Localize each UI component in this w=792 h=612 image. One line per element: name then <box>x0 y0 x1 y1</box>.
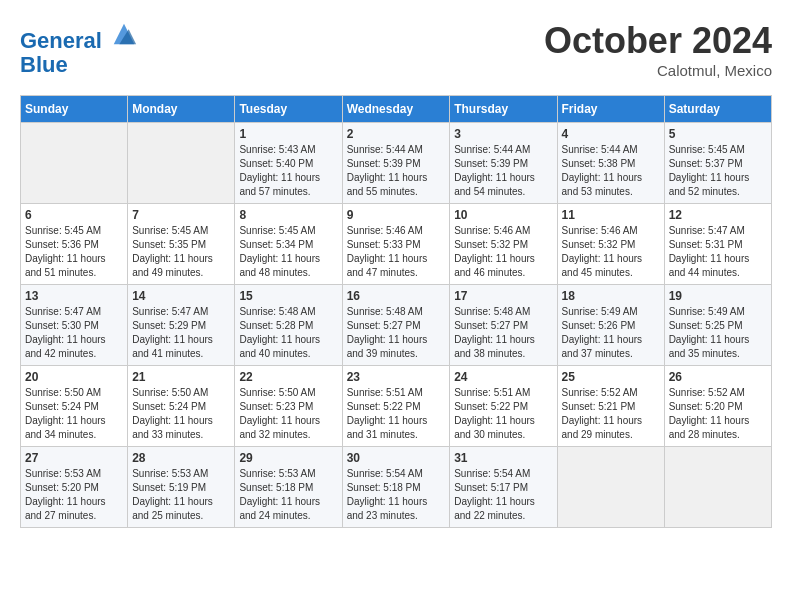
calendar-cell <box>664 447 771 528</box>
day-info: Sunrise: 5:43 AM Sunset: 5:40 PM Dayligh… <box>239 143 337 199</box>
page-header: General Blue October 2024 Calotmul, Mexi… <box>20 20 772 79</box>
day-info: Sunrise: 5:45 AM Sunset: 5:36 PM Dayligh… <box>25 224 123 280</box>
day-info: Sunrise: 5:49 AM Sunset: 5:26 PM Dayligh… <box>562 305 660 361</box>
calendar-table: SundayMondayTuesdayWednesdayThursdayFrid… <box>20 95 772 528</box>
calendar-cell <box>128 123 235 204</box>
day-info: Sunrise: 5:47 AM Sunset: 5:31 PM Dayligh… <box>669 224 767 280</box>
calendar-cell: 30Sunrise: 5:54 AM Sunset: 5:18 PM Dayli… <box>342 447 450 528</box>
calendar-cell: 8Sunrise: 5:45 AM Sunset: 5:34 PM Daylig… <box>235 204 342 285</box>
calendar-week-row: 20Sunrise: 5:50 AM Sunset: 5:24 PM Dayli… <box>21 366 772 447</box>
day-info: Sunrise: 5:50 AM Sunset: 5:24 PM Dayligh… <box>132 386 230 442</box>
day-info: Sunrise: 5:52 AM Sunset: 5:21 PM Dayligh… <box>562 386 660 442</box>
day-info: Sunrise: 5:53 AM Sunset: 5:20 PM Dayligh… <box>25 467 123 523</box>
day-info: Sunrise: 5:44 AM Sunset: 5:39 PM Dayligh… <box>347 143 446 199</box>
weekday-header: Wednesday <box>342 96 450 123</box>
day-number: 11 <box>562 208 660 222</box>
calendar-cell: 2Sunrise: 5:44 AM Sunset: 5:39 PM Daylig… <box>342 123 450 204</box>
day-number: 2 <box>347 127 446 141</box>
day-info: Sunrise: 5:53 AM Sunset: 5:19 PM Dayligh… <box>132 467 230 523</box>
day-info: Sunrise: 5:44 AM Sunset: 5:38 PM Dayligh… <box>562 143 660 199</box>
day-number: 16 <box>347 289 446 303</box>
day-number: 27 <box>25 451 123 465</box>
weekday-header-row: SundayMondayTuesdayWednesdayThursdayFrid… <box>21 96 772 123</box>
calendar-cell: 9Sunrise: 5:46 AM Sunset: 5:33 PM Daylig… <box>342 204 450 285</box>
day-number: 28 <box>132 451 230 465</box>
calendar-cell: 3Sunrise: 5:44 AM Sunset: 5:39 PM Daylig… <box>450 123 557 204</box>
day-number: 3 <box>454 127 552 141</box>
weekday-header: Friday <box>557 96 664 123</box>
day-info: Sunrise: 5:46 AM Sunset: 5:32 PM Dayligh… <box>562 224 660 280</box>
day-number: 25 <box>562 370 660 384</box>
calendar-cell: 11Sunrise: 5:46 AM Sunset: 5:32 PM Dayli… <box>557 204 664 285</box>
day-info: Sunrise: 5:53 AM Sunset: 5:18 PM Dayligh… <box>239 467 337 523</box>
day-number: 21 <box>132 370 230 384</box>
day-number: 23 <box>347 370 446 384</box>
logo-icon <box>110 20 138 48</box>
calendar-cell: 5Sunrise: 5:45 AM Sunset: 5:37 PM Daylig… <box>664 123 771 204</box>
calendar-cell: 31Sunrise: 5:54 AM Sunset: 5:17 PM Dayli… <box>450 447 557 528</box>
month-title: October 2024 <box>544 20 772 62</box>
calendar-cell: 18Sunrise: 5:49 AM Sunset: 5:26 PM Dayli… <box>557 285 664 366</box>
day-number: 12 <box>669 208 767 222</box>
calendar-cell: 19Sunrise: 5:49 AM Sunset: 5:25 PM Dayli… <box>664 285 771 366</box>
calendar-cell: 24Sunrise: 5:51 AM Sunset: 5:22 PM Dayli… <box>450 366 557 447</box>
day-info: Sunrise: 5:54 AM Sunset: 5:17 PM Dayligh… <box>454 467 552 523</box>
day-number: 15 <box>239 289 337 303</box>
calendar-cell: 22Sunrise: 5:50 AM Sunset: 5:23 PM Dayli… <box>235 366 342 447</box>
day-number: 1 <box>239 127 337 141</box>
day-info: Sunrise: 5:47 AM Sunset: 5:29 PM Dayligh… <box>132 305 230 361</box>
calendar-cell: 21Sunrise: 5:50 AM Sunset: 5:24 PM Dayli… <box>128 366 235 447</box>
day-info: Sunrise: 5:48 AM Sunset: 5:27 PM Dayligh… <box>454 305 552 361</box>
calendar-cell: 1Sunrise: 5:43 AM Sunset: 5:40 PM Daylig… <box>235 123 342 204</box>
calendar-cell: 10Sunrise: 5:46 AM Sunset: 5:32 PM Dayli… <box>450 204 557 285</box>
day-info: Sunrise: 5:48 AM Sunset: 5:27 PM Dayligh… <box>347 305 446 361</box>
calendar-cell <box>557 447 664 528</box>
calendar-cell <box>21 123 128 204</box>
calendar-cell: 16Sunrise: 5:48 AM Sunset: 5:27 PM Dayli… <box>342 285 450 366</box>
calendar-cell: 27Sunrise: 5:53 AM Sunset: 5:20 PM Dayli… <box>21 447 128 528</box>
day-number: 31 <box>454 451 552 465</box>
calendar-cell: 6Sunrise: 5:45 AM Sunset: 5:36 PM Daylig… <box>21 204 128 285</box>
location-subtitle: Calotmul, Mexico <box>544 62 772 79</box>
logo: General Blue <box>20 20 138 77</box>
weekday-header: Sunday <box>21 96 128 123</box>
day-number: 13 <box>25 289 123 303</box>
day-number: 17 <box>454 289 552 303</box>
day-number: 7 <box>132 208 230 222</box>
calendar-cell: 12Sunrise: 5:47 AM Sunset: 5:31 PM Dayli… <box>664 204 771 285</box>
day-info: Sunrise: 5:52 AM Sunset: 5:20 PM Dayligh… <box>669 386 767 442</box>
day-info: Sunrise: 5:50 AM Sunset: 5:23 PM Dayligh… <box>239 386 337 442</box>
day-number: 26 <box>669 370 767 384</box>
day-info: Sunrise: 5:54 AM Sunset: 5:18 PM Dayligh… <box>347 467 446 523</box>
weekday-header: Saturday <box>664 96 771 123</box>
calendar-cell: 26Sunrise: 5:52 AM Sunset: 5:20 PM Dayli… <box>664 366 771 447</box>
day-number: 18 <box>562 289 660 303</box>
day-number: 10 <box>454 208 552 222</box>
day-number: 19 <box>669 289 767 303</box>
calendar-cell: 15Sunrise: 5:48 AM Sunset: 5:28 PM Dayli… <box>235 285 342 366</box>
logo-text-blue: Blue <box>20 53 138 77</box>
day-number: 29 <box>239 451 337 465</box>
day-number: 24 <box>454 370 552 384</box>
day-number: 20 <box>25 370 123 384</box>
day-number: 9 <box>347 208 446 222</box>
day-info: Sunrise: 5:47 AM Sunset: 5:30 PM Dayligh… <box>25 305 123 361</box>
calendar-cell: 20Sunrise: 5:50 AM Sunset: 5:24 PM Dayli… <box>21 366 128 447</box>
calendar-cell: 25Sunrise: 5:52 AM Sunset: 5:21 PM Dayli… <box>557 366 664 447</box>
day-info: Sunrise: 5:50 AM Sunset: 5:24 PM Dayligh… <box>25 386 123 442</box>
calendar-cell: 29Sunrise: 5:53 AM Sunset: 5:18 PM Dayli… <box>235 447 342 528</box>
weekday-header: Monday <box>128 96 235 123</box>
calendar-cell: 13Sunrise: 5:47 AM Sunset: 5:30 PM Dayli… <box>21 285 128 366</box>
title-block: October 2024 Calotmul, Mexico <box>544 20 772 79</box>
calendar-week-row: 1Sunrise: 5:43 AM Sunset: 5:40 PM Daylig… <box>21 123 772 204</box>
calendar-cell: 4Sunrise: 5:44 AM Sunset: 5:38 PM Daylig… <box>557 123 664 204</box>
calendar-week-row: 6Sunrise: 5:45 AM Sunset: 5:36 PM Daylig… <box>21 204 772 285</box>
weekday-header: Thursday <box>450 96 557 123</box>
day-info: Sunrise: 5:51 AM Sunset: 5:22 PM Dayligh… <box>347 386 446 442</box>
day-info: Sunrise: 5:49 AM Sunset: 5:25 PM Dayligh… <box>669 305 767 361</box>
day-info: Sunrise: 5:46 AM Sunset: 5:33 PM Dayligh… <box>347 224 446 280</box>
calendar-cell: 7Sunrise: 5:45 AM Sunset: 5:35 PM Daylig… <box>128 204 235 285</box>
day-number: 22 <box>239 370 337 384</box>
logo-text: General <box>20 20 138 53</box>
day-number: 6 <box>25 208 123 222</box>
